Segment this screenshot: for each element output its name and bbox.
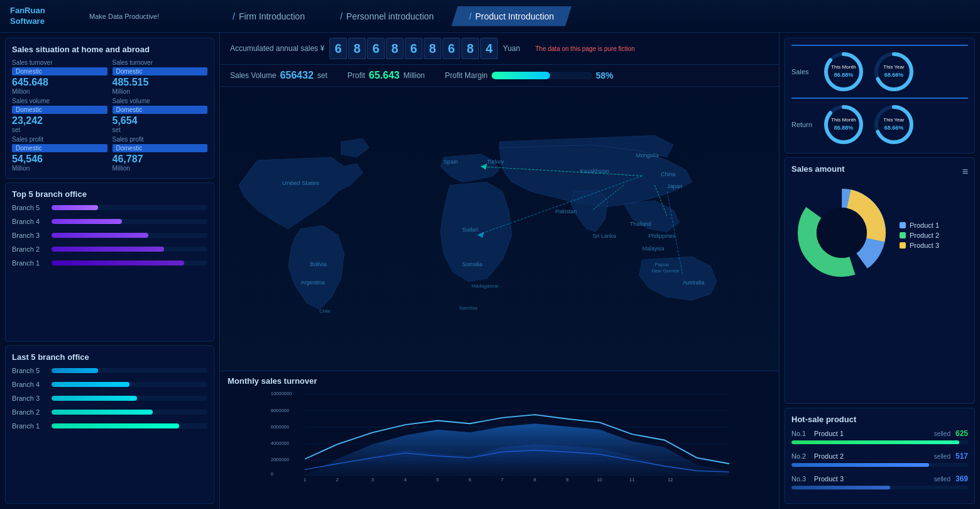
digit-8d: 8 (461, 38, 479, 59)
annual-label: Accumulated annual sales ¥ (230, 44, 324, 53)
sales-amount-header: Sales amount ≡ (791, 164, 968, 179)
logo-line1: FanRuan (10, 6, 79, 16)
chart-title: Monthly sales turnover (228, 376, 771, 386)
svg-text:China: China (661, 171, 675, 177)
svg-text:9: 9 (566, 477, 568, 483)
hot-item-1: No.1 Product 1 selled 625 (791, 429, 968, 444)
svg-text:4000000: 4000000 (271, 440, 289, 446)
logo: FanRuan Software (10, 6, 79, 27)
hot-sale-title: Hot-sale product (791, 415, 968, 424)
svg-text:10000000: 10000000 (271, 391, 292, 396)
svg-text:0: 0 (271, 471, 273, 477)
svg-text:12: 12 (668, 477, 673, 483)
legend-dot-product2 (900, 232, 906, 238)
yuan-label: Yuan (503, 44, 520, 53)
svg-text:Papua: Papua (654, 262, 669, 267)
sales-item-profit-1: Sales profit Domestic 54,546 Million (12, 136, 107, 172)
annual-sales: Accumulated annual sales ¥ 6 8 6 8 6 8 6… (230, 38, 520, 59)
tab-firm[interactable]: Firm Introduction (215, 6, 322, 26)
svg-text:6000000: 6000000 (271, 424, 289, 430)
donut-chart (791, 182, 892, 283)
digit-4: 4 (480, 38, 498, 59)
return-this-month: This Month 86.88% (822, 103, 866, 147)
sales-type-label: Sales (791, 68, 817, 76)
tagline: Make Data Productive! (89, 13, 190, 20)
list-item: Branch 3 (12, 394, 207, 402)
svg-text:1: 1 (304, 477, 306, 483)
svg-text:10: 10 (597, 477, 602, 483)
svg-text:2: 2 (336, 477, 339, 483)
last5-list: Branch 5 Branch 4 Branch 3 Branch 2 Bran… (12, 367, 207, 430)
sales-this-year: This Year 68.66% (872, 50, 916, 94)
list-item: Branch 4 (12, 381, 207, 388)
digit-display: 6 8 6 8 6 8 6 8 4 (329, 38, 498, 59)
digit-6c: 6 (405, 38, 422, 59)
svg-text:7: 7 (501, 477, 504, 483)
svg-text:86.88%: 86.88% (834, 125, 854, 131)
svg-text:Philippines: Philippines (649, 233, 676, 239)
svg-text:Turkey: Turkey (487, 159, 504, 165)
metrics-bar: Sales Volume 656432 set Profit 65.643 Mi… (220, 65, 779, 87)
center-panel: Accumulated annual sales ¥ 6 8 6 8 6 8 6… (220, 33, 779, 509)
blue-line-mid (791, 98, 968, 99)
svg-text:86.88%: 86.88% (834, 72, 854, 78)
sales-this-month: This Month 86.88% (822, 50, 866, 94)
legend-dot-product1 (900, 222, 906, 228)
svg-text:5: 5 (436, 477, 439, 483)
svg-text:Australia: Australia (683, 279, 705, 286)
svg-text:This Year: This Year (883, 64, 905, 70)
top5-title: Top 5 branch office (12, 189, 207, 199)
nav-tabs: Firm Introduction Personnel introduction… (215, 6, 571, 26)
menu-icon[interactable]: ≡ (962, 166, 968, 177)
legend-product1: Product 1 (900, 221, 939, 229)
svg-text:Pakistan: Pakistan (555, 208, 576, 215)
svg-text:Mongolia: Mongolia (636, 152, 659, 159)
metric-profit-margin: Profit Margin 58% (445, 70, 614, 81)
svg-text:Sri Lanka: Sri Lanka (593, 233, 617, 239)
sales-item-turnover-2: Sales turnover Domestic 485.515 Million (113, 59, 208, 95)
sales-amount-card: Sales amount ≡ (785, 157, 975, 404)
tab-product[interactable]: Product Introduction (451, 6, 571, 26)
svg-text:6: 6 (469, 477, 471, 483)
list-item: Branch 5 (12, 204, 207, 211)
hot-item-3: No.3 Product 3 selled 369 (791, 474, 968, 489)
svg-text:4: 4 (404, 477, 406, 483)
return-this-year: This Year 68.66% (872, 103, 916, 147)
last5-card: Last 5 branch office Branch 5 Branch 4 B… (5, 345, 214, 505)
svg-text:68.66%: 68.66% (884, 72, 904, 78)
legend-product2: Product 2 (900, 232, 939, 239)
svg-text:Somalia: Somalia (462, 261, 482, 267)
svg-text:This Year: This Year (883, 117, 905, 123)
tab-personnel[interactable]: Personnel introduction (322, 6, 451, 26)
blue-line-top (791, 45, 968, 46)
legend-list: Product 1 Product 2 Product 3 (900, 221, 939, 249)
top5-card: Top 5 branch office Branch 5 Branch 4 Br… (5, 182, 214, 342)
hot-item-2: No.2 Product 2 selled 517 (791, 452, 968, 467)
svg-text:This Month: This Month (831, 117, 856, 123)
svg-text:Malaysia: Malaysia (642, 245, 664, 252)
return-type-label: Return (791, 121, 817, 128)
svg-text:Thailand: Thailand (630, 221, 651, 227)
svg-text:This Month: This Month (831, 64, 856, 70)
list-item: Branch 2 (12, 245, 207, 253)
top5-list: Branch 5 Branch 4 Branch 3 Branch 2 Bran… (12, 204, 207, 267)
legend-product3: Product 3 (900, 242, 939, 249)
return-metric-row: Return This Month 86.88% (791, 103, 968, 147)
sales-metric-row: Sales This Month 86.88% (791, 50, 968, 94)
sales-item-volume-2: Sales volume Domestic 5,654 set (113, 98, 208, 133)
svg-text:New Guinea: New Guinea (652, 268, 680, 274)
list-item: Branch 1 (12, 422, 207, 430)
hot-sale-card: Hot-sale product No.1 Product 1 selled 6… (785, 408, 975, 504)
svg-text:8: 8 (534, 477, 536, 483)
svg-point-72 (817, 208, 867, 258)
left-panel: Sales situation at home and abroad Sales… (0, 33, 220, 509)
monthly-chart: Monthly sales turnover 10000000 8000000 … (220, 371, 779, 509)
profit-margin-bar-bg (492, 72, 592, 79)
svg-text:3: 3 (372, 477, 374, 483)
digit-6a: 6 (329, 38, 347, 59)
svg-text:8000000: 8000000 (271, 408, 289, 413)
svg-text:Spain: Spain (444, 159, 458, 165)
right-panel: Sales This Month 86.88% (779, 33, 980, 509)
last5-title: Last 5 branch office (12, 352, 207, 362)
metric-profit: Profit 65.643 Million (348, 70, 425, 81)
